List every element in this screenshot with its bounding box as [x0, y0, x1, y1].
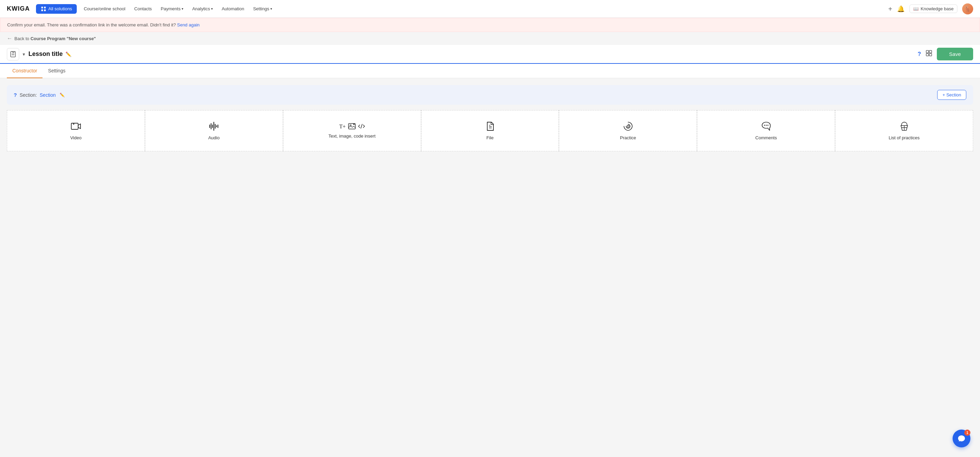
tabs-bar: Constructor Settings: [0, 64, 980, 78]
send-again-link[interactable]: Send again: [177, 22, 200, 27]
alert-banner: Confirm your email. There was a confirma…: [0, 18, 980, 32]
user-avatar[interactable]: 🦌: [962, 3, 973, 14]
block-audio-label: Audio: [208, 135, 220, 141]
block-comments-label: Comments: [755, 135, 777, 141]
svg-rect-7: [926, 50, 929, 53]
list-of-practices-icon: [899, 121, 910, 132]
block-practice[interactable]: Practice: [559, 110, 697, 151]
lesson-header-right: ? Save: [918, 48, 973, 61]
nav-items: Course/online school Contacts Payments ▾…: [80, 4, 276, 13]
brand-logo: KWIGA: [7, 5, 30, 12]
lesson-header: ▾ Lesson title ✏️ ? Save: [0, 45, 980, 64]
block-list-of-practices[interactable]: List of practices: [835, 110, 973, 151]
svg-rect-0: [41, 6, 43, 8]
nav-item-automation[interactable]: Automation: [218, 4, 248, 13]
audio-icon: [208, 121, 219, 132]
block-list-of-practices-label: List of practices: [889, 135, 920, 141]
block-audio[interactable]: Audio: [145, 110, 283, 151]
main-content: ? Section: Section ✏️ + Section Video: [0, 78, 980, 158]
fullscreen-icon[interactable]: [925, 50, 933, 59]
block-file-label: File: [487, 135, 494, 141]
nav-item-settings[interactable]: Settings ▾: [249, 4, 276, 13]
svg-rect-3: [44, 9, 46, 11]
lesson-header-left: ▾ Lesson title ✏️: [7, 48, 918, 61]
block-comments[interactable]: Comments: [697, 110, 835, 151]
nav-item-contacts[interactable]: Contacts: [130, 4, 156, 13]
svg-rect-8: [929, 50, 932, 53]
section-help-icon[interactable]: ?: [14, 92, 17, 98]
svg-point-28: [764, 125, 765, 126]
tab-constructor[interactable]: Constructor: [7, 64, 43, 78]
lesson-dropdown-chevron[interactable]: ▾: [22, 51, 25, 57]
image-icon: [348, 123, 356, 130]
svg-text:T+: T+: [339, 123, 346, 129]
nav-item-course[interactable]: Course/online school: [80, 4, 129, 13]
notification-bell[interactable]: 🔔: [897, 5, 905, 13]
svg-point-12: [73, 123, 74, 125]
svg-rect-9: [926, 54, 929, 56]
svg-line-23: [361, 124, 362, 128]
video-icon: [70, 121, 81, 132]
nav-right: + 🔔 📖 Knowledge base 🦌: [888, 3, 973, 14]
navbar: KWIGA All solutions Course/online school…: [0, 0, 980, 18]
block-video-label: Video: [70, 135, 81, 141]
chevron-down-icon: ▾: [181, 7, 183, 11]
expand-icon: [925, 50, 933, 57]
section-label: Section:: [19, 92, 37, 98]
knowledge-base-link[interactable]: 📖 Knowledge base: [909, 5, 958, 13]
lesson-title: Lesson title: [29, 50, 63, 58]
block-text-image-code[interactable]: T+ Text, image, code insert: [283, 110, 421, 151]
save-button[interactable]: Save: [937, 48, 973, 61]
svg-rect-10: [929, 54, 932, 56]
lesson-icon-button[interactable]: [7, 48, 19, 61]
svg-point-29: [765, 125, 767, 126]
book-icon: 📖: [913, 6, 919, 11]
nav-item-analytics[interactable]: Analytics ▾: [188, 4, 217, 13]
svg-rect-1: [44, 6, 46, 8]
svg-rect-11: [71, 123, 78, 129]
svg-point-27: [627, 125, 629, 127]
comments-icon: [761, 121, 772, 132]
course-program-label: Course Program "New course": [30, 36, 96, 41]
chevron-down-icon: ▾: [270, 7, 272, 11]
tab-settings[interactable]: Settings: [43, 64, 71, 78]
svg-point-30: [767, 125, 768, 126]
grid-icon: [41, 6, 46, 12]
nav-item-payments[interactable]: Payments ▾: [157, 4, 188, 13]
clipboard-icon: [10, 51, 16, 58]
chevron-down-icon: ▾: [211, 7, 213, 11]
all-solutions-button[interactable]: All solutions: [36, 4, 77, 14]
svg-rect-2: [41, 9, 43, 11]
section-row: ? Section: Section ✏️ + Section: [7, 85, 973, 105]
block-text-image-code-label: Text, image, code insert: [328, 133, 375, 139]
block-video[interactable]: Video: [7, 110, 145, 151]
add-section-button[interactable]: + Section: [937, 90, 966, 100]
section-left: ? Section: Section ✏️: [14, 92, 65, 98]
block-file[interactable]: File: [421, 110, 559, 151]
text-image-code-icons: T+: [339, 123, 365, 130]
lesson-title-wrap: Lesson title ✏️: [29, 50, 71, 58]
block-practice-label: Practice: [620, 135, 636, 141]
practice-icon: [623, 121, 633, 132]
lesson-title-edit-icon[interactable]: ✏️: [65, 51, 71, 57]
breadcrumb-text: Back to Course Program "New course": [14, 36, 96, 41]
text-icon: T+: [339, 123, 346, 130]
back-arrow-icon[interactable]: ←: [7, 35, 12, 42]
file-icon: [485, 121, 495, 132]
section-name[interactable]: Section: [40, 92, 56, 98]
breadcrumb: ← Back to Course Program "New course": [0, 32, 980, 45]
section-edit-icon[interactable]: ✏️: [60, 93, 65, 97]
code-icon: [358, 123, 365, 130]
add-button[interactable]: +: [888, 5, 892, 12]
block-grid: Video Audio T+: [7, 110, 973, 151]
avatar-image: 🦌: [962, 3, 973, 14]
help-icon[interactable]: ?: [918, 51, 921, 57]
